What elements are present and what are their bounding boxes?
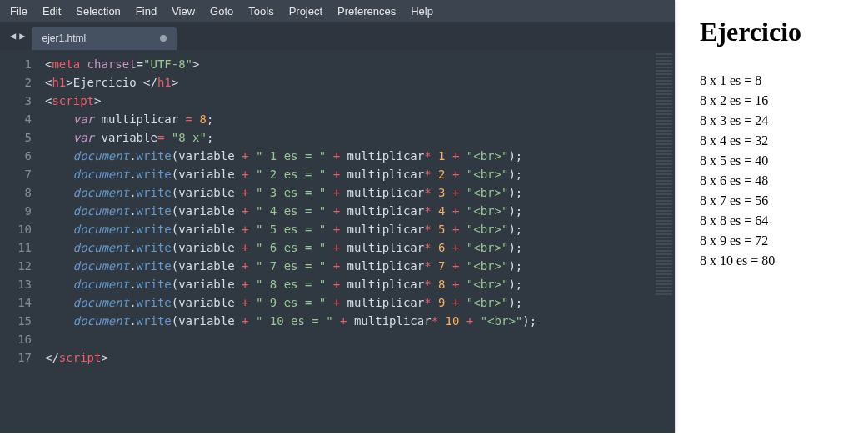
line-number: 8 [8,183,32,202]
output-row: 8 x 10 es = 80 [700,251,801,271]
menu-selection[interactable]: Selection [69,2,128,21]
code-line[interactable]: document.write(variable + " 6 es = " + m… [45,238,536,257]
code-line[interactable]: document.write(variable + " 4 es = " + m… [45,202,536,220]
line-number: 10 [8,220,32,238]
line-number: 14 [8,293,32,312]
menu-help[interactable]: Help [404,2,441,21]
tab-nav-arrows: ◀ ▶ [0,30,32,42]
code-line[interactable]: var multiplicar = 8; [45,110,536,128]
menu-project[interactable]: Project [282,2,331,21]
code-line[interactable]: </script> [45,348,536,367]
line-number: 6 [8,147,32,165]
menu-edit[interactable]: Edit [36,2,69,21]
menu-view[interactable]: View [165,2,203,21]
line-number: 12 [8,257,32,275]
line-number: 4 [8,110,32,128]
code-area[interactable]: 1 2 3 4 5 6 7 8 9 10 11 12 13 14 15 16 1… [0,50,675,433]
code-line[interactable]: var variable= "8 x"; [45,128,536,147]
menu-tools[interactable]: Tools [242,2,282,21]
tab-ejer1[interactable]: ejer1.html [32,27,177,50]
code-line[interactable]: document.write(variable + " 10 es = " + … [45,312,536,330]
browser-output: Ejercicio 8 x 1 es = 8 8 x 2 es = 16 8 x… [675,0,810,271]
tab-next-icon[interactable]: ▶ [19,30,25,42]
code-line[interactable]: <script> [45,92,536,110]
output-row: 8 x 9 es = 72 [700,231,801,251]
output-row: 8 x 6 es = 48 [700,171,801,191]
minimap[interactable] [653,50,675,433]
code-line[interactable]: document.write(variable + " 5 es = " + m… [45,220,536,238]
code-line[interactable]: document.write(variable + " 9 es = " + m… [45,293,536,312]
code-line[interactable] [45,330,536,348]
line-number: 2 [8,73,32,92]
output-row: 8 x 1 es = 8 [700,71,801,91]
menu-file[interactable]: File [3,2,36,21]
code-line[interactable]: document.write(variable + " 3 es = " + m… [45,183,536,202]
code-line[interactable]: document.write(variable + " 8 es = " + m… [45,275,536,293]
dirty-indicator-icon [160,35,167,42]
line-number: 11 [8,238,32,257]
menu-bar: File Edit Selection Find View Goto Tools… [0,0,675,22]
line-number: 5 [8,128,32,147]
menu-goto[interactable]: Goto [203,2,242,21]
output-heading: Ejercicio [700,17,801,48]
line-number: 13 [8,275,32,293]
line-number: 15 [8,312,32,330]
menu-preferences[interactable]: Preferences [331,2,404,21]
code-line[interactable]: document.write(variable + " 2 es = " + m… [45,165,536,183]
code-line[interactable]: <meta charset="UTF-8"> [45,55,536,73]
tab-row: ◀ ▶ ejer1.html [0,22,675,50]
code-line[interactable]: document.write(variable + " 7 es = " + m… [45,257,536,275]
output-row: 8 x 5 es = 40 [700,151,801,171]
menu-find[interactable]: Find [129,2,165,21]
line-number: 17 [8,348,32,367]
line-number: 16 [8,330,32,348]
output-row: 8 x 4 es = 32 [700,131,801,151]
line-gutter: 1 2 3 4 5 6 7 8 9 10 11 12 13 14 15 16 1… [0,50,38,417]
line-number: 9 [8,202,32,220]
line-number: 1 [8,55,32,73]
output-row: 8 x 8 es = 64 [700,211,801,231]
line-number: 3 [8,92,32,110]
code-line[interactable]: <h1>Ejercicio </h1> [45,73,536,92]
code-editor: File Edit Selection Find View Goto Tools… [0,0,675,433]
tab-prev-icon[interactable]: ◀ [10,30,16,42]
output-row: 8 x 7 es = 56 [700,191,801,211]
code-text[interactable]: <meta charset="UTF-8"><h1>Ejercicio </h1… [38,50,536,417]
output-row: 8 x 3 es = 24 [700,111,801,131]
code-line[interactable]: document.write(variable + " 1 es = " + m… [45,147,536,165]
line-number: 7 [8,165,32,183]
output-row: 8 x 2 es = 16 [700,91,801,111]
tab-title: ejer1.html [42,32,86,44]
